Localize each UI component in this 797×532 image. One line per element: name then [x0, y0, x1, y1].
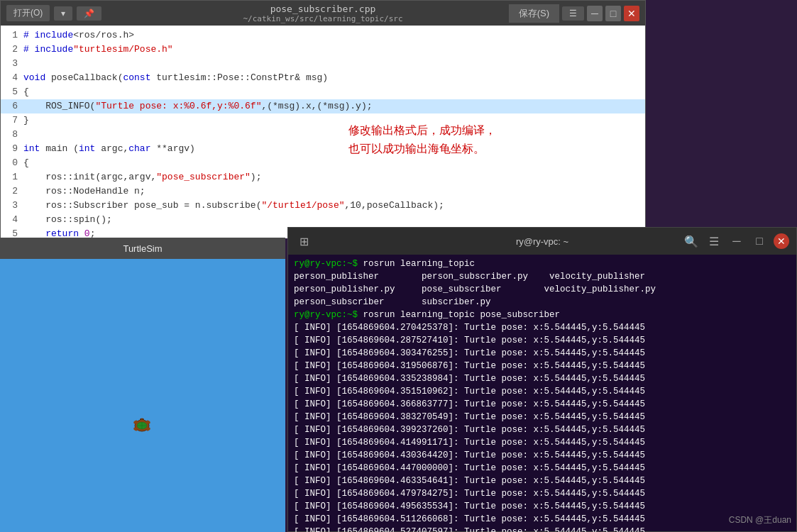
editor-titlebar: 打开(O) ▾ 📌 pose_subscriber.cpp ~/catkin_w…	[1, 1, 645, 26]
watermark: CSDN @王duan	[729, 514, 791, 526]
terminal-line: [ INFO] [1654869604.270425378]: Turtle p…	[294, 321, 791, 334]
terminal-line: [ INFO] [1654869604.383270549]: Turtle p…	[294, 411, 791, 423]
terminal-line: ry@ry-vpc:~$ rosrun learning_topic	[294, 257, 791, 270]
maximize-button[interactable]: □	[605, 6, 621, 21]
terminal-line: [ INFO] [1654869604.479784275]: Turtle p…	[294, 487, 791, 500]
code-line: 0 {	[1, 156, 645, 170]
terminal-content: ry@ry-vpc:~$ rosrun learning_topic perso…	[288, 255, 796, 532]
code-line: 4 ros::spin();	[1, 213, 645, 227]
minimize-button[interactable]: ─	[587, 6, 603, 21]
terminal-line: [ INFO] [1654869604.495635534]: Turtle p…	[294, 500, 791, 513]
code-line: 1 # include<ros/ros.h>	[1, 28, 645, 43]
code-line: 5 {	[1, 85, 645, 99]
terminal-line: person_publisher.py pose_subscriber velo…	[294, 283, 791, 296]
terminal-close-button[interactable]: ✕	[774, 233, 789, 249]
terminal-line: [ INFO] [1654869604.511266068]: Turtle p…	[294, 513, 791, 526]
terminal-line: person_publisher person_subscriber.py ve…	[294, 270, 791, 283]
terminal-controls: 🔍 ☰ ─ □ ✕	[683, 233, 789, 250]
code-line: 9 int main (int argc,char **argv)	[1, 142, 645, 156]
code-line: 1 ros::init(argc,argv,"pose_subscriber")…	[1, 170, 645, 184]
editor-titlebar-right: 保存(S) ☰ ─ □ ✕	[509, 4, 639, 23]
code-line: 8	[1, 128, 645, 142]
svg-point-10	[143, 419, 144, 420]
save-button[interactable]: 保存(S)	[509, 4, 559, 23]
terminal-minimize-button[interactable]: ─	[728, 233, 745, 250]
svg-point-9	[141, 419, 142, 420]
svg-point-4	[140, 419, 144, 422]
code-line: 2 ros::NodeHandle n;	[1, 184, 645, 199]
code-line: 3	[1, 57, 645, 71]
code-line-highlighted: 6 ROS_INFO("Turtle pose: x:%0.6f,y:%0.6f…	[1, 99, 645, 113]
hamburger-button[interactable]: ☰	[562, 6, 584, 21]
pin-button[interactable]: 📌	[77, 6, 101, 21]
terminal-line: [ INFO] [1654869604.366863777]: Turtle p…	[294, 398, 791, 411]
turtlesim-title: TurtleSim	[123, 243, 162, 254]
terminal-embed-button[interactable]: ⊞	[295, 233, 312, 250]
turtlesim-canvas	[0, 259, 285, 532]
window-controls: ─ □ ✕	[587, 6, 639, 21]
code-line: 4 void poseCallback(const turtlesim::Pos…	[1, 71, 645, 85]
terminal-line: [ INFO] [1654869604.335238984]: Turtle p…	[294, 372, 791, 385]
terminal-title: ry@ry-vpc: ~	[516, 236, 568, 247]
open-button[interactable]: 打开(O)	[6, 5, 50, 21]
terminal-line: [ INFO] [1654869604.447000000]: Turtle p…	[294, 462, 791, 475]
editor-titlebar-left: 打开(O) ▾ 📌	[6, 5, 101, 21]
terminal-line: [ INFO] [1654869604.319506876]: Turtle p…	[294, 360, 791, 372]
terminal-line: [ INFO] [1654869604.303476255]: Turtle p…	[294, 347, 791, 360]
code-editor[interactable]: 1 # include<ros/ros.h> 2 # include"turtl…	[1, 26, 645, 238]
terminal-titlebar: ⊞ ry@ry-vpc: ~ 🔍 ☰ ─ □ ✕	[288, 228, 796, 255]
terminal-line: [ INFO] [1654869604.463354641]: Turtle p…	[294, 475, 791, 487]
dropdown-button[interactable]: ▾	[54, 6, 72, 21]
code-line: 2 # include"turtlesim/Pose.h"	[1, 43, 645, 57]
terminal-line: [ INFO] [1654869604.399237260]: Turtle p…	[294, 423, 791, 436]
terminal-line: [ INFO] [1654869604.430364420]: Turtle p…	[294, 449, 791, 462]
terminal-line: [ INFO] [1654869604.287527410]: Turtle p…	[294, 334, 791, 347]
turtlesim-window: TurtleSim	[0, 238, 285, 532]
terminal-line: person_subscriber subscriber.py	[294, 296, 791, 309]
turtlesim-titlebar: TurtleSim	[0, 238, 285, 259]
turtle-sprite	[128, 411, 156, 440]
terminal-window: ⊞ ry@ry-vpc: ~ 🔍 ☰ ─ □ ✕ ry@ry-vpc:~$ ro…	[287, 227, 797, 532]
terminal-line: ry@ry-vpc:~$ rosrun learning_topic pose_…	[294, 309, 791, 321]
terminal-search-button[interactable]: 🔍	[683, 233, 700, 250]
terminal-line: [ INFO] [1654869604.527407597]: Turtle p…	[294, 526, 791, 532]
close-button[interactable]: ✕	[624, 6, 639, 21]
terminal-maximize-button[interactable]: □	[751, 233, 768, 250]
code-line: 3 ros::Subscriber pose_sub = n.subscribe…	[1, 199, 645, 213]
code-line: 7 }	[1, 113, 645, 128]
editor-window: 打开(O) ▾ 📌 pose_subscriber.cpp ~/catkin_w…	[0, 0, 646, 238]
terminal-line: [ INFO] [1654869604.414991171]: Turtle p…	[294, 436, 791, 449]
editor-title: pose_subscriber.cpp ~/catkin_ws/src/lear…	[243, 4, 402, 23]
terminal-menu-button[interactable]: ☰	[705, 233, 722, 250]
terminal-line: [ INFO] [1654869604.351510962]: Turtle p…	[294, 385, 791, 398]
